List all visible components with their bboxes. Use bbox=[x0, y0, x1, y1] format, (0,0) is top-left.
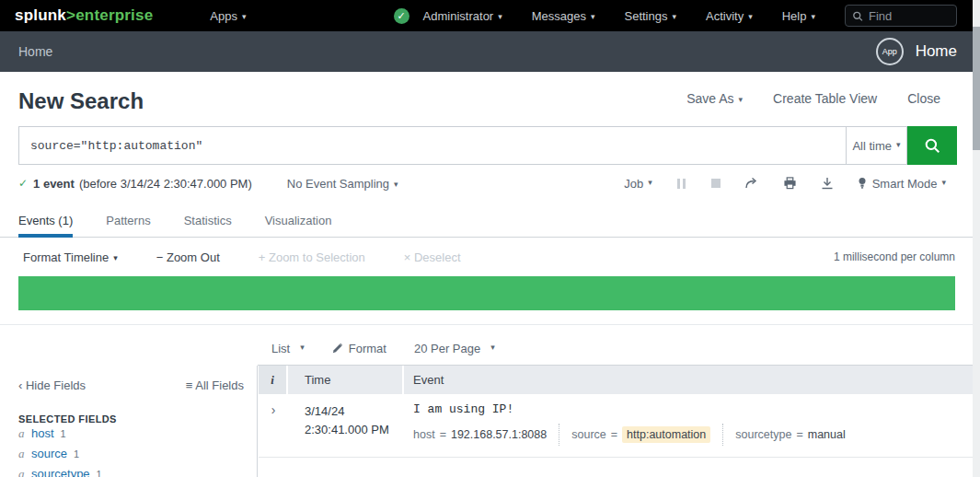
caret-down-icon: ▾ bbox=[739, 95, 744, 104]
event-clock: 2:30:41.000 PM bbox=[305, 421, 404, 439]
pencil-icon bbox=[332, 343, 343, 354]
field-type-icon: a bbox=[18, 467, 31, 477]
job-menu[interactable]: Job▾ bbox=[624, 177, 652, 191]
export-icon[interactable] bbox=[821, 177, 834, 190]
close-button[interactable]: Close bbox=[907, 91, 940, 106]
find-search-box[interactable] bbox=[845, 5, 957, 27]
results-toolbar: List▾ Format 20 Per Page▾ bbox=[258, 332, 973, 366]
scrollbar-thumb[interactable] bbox=[973, 27, 980, 150]
tab-events[interactable]: Events (1) bbox=[18, 208, 73, 238]
deselect-button[interactable]: × Deselect bbox=[404, 250, 461, 264]
caret-down-icon: ▾ bbox=[394, 180, 398, 189]
stop-icon[interactable] bbox=[711, 179, 721, 188]
header-info-column: i bbox=[259, 366, 288, 394]
menu-activity[interactable]: Activity▾ bbox=[706, 9, 753, 23]
hide-fields-button[interactable]: ‹ Hide Fields bbox=[18, 378, 86, 392]
find-input[interactable] bbox=[869, 9, 950, 23]
logo-gt: > bbox=[66, 6, 75, 24]
header-actions: Save As▾ Create Table View Close bbox=[686, 91, 940, 106]
create-table-view-button[interactable]: Create Table View bbox=[773, 91, 877, 106]
caret-down-icon: ▾ bbox=[591, 12, 595, 21]
menu-help[interactable]: Help▾ bbox=[782, 9, 815, 23]
status-check-icon[interactable]: ✓ bbox=[394, 8, 409, 24]
menu-administrator[interactable]: Administrator▾ bbox=[423, 9, 502, 23]
field-item-sourcetype: a sourcetype 1 bbox=[18, 467, 244, 477]
search-mode-menu[interactable]: Smart Mode▾ bbox=[858, 177, 946, 191]
app-bar: Home App Home bbox=[0, 31, 980, 72]
breadcrumb-home[interactable]: Home bbox=[18, 44, 52, 59]
fields-sidebar: ‹ Hide Fields ≡ All Fields SELECTED FIEL… bbox=[0, 366, 258, 477]
search-button[interactable] bbox=[907, 126, 957, 165]
menu-apps[interactable]: Apps▾ bbox=[210, 9, 246, 23]
app-badge-icon[interactable]: App bbox=[876, 38, 904, 65]
minus-icon: − bbox=[156, 250, 164, 264]
menu-messages[interactable]: Messages▾ bbox=[532, 9, 595, 23]
caret-down-icon: ▾ bbox=[242, 12, 247, 21]
caret-down-icon: ▾ bbox=[648, 178, 652, 187]
menu-settings[interactable]: Settings▾ bbox=[625, 9, 677, 23]
caret-down-icon: ▾ bbox=[300, 343, 305, 352]
top-bar: splunk>enterprise Apps▾ ✓ Administrator▾… bbox=[0, 0, 980, 31]
event-field-source[interactable]: source = http:automation bbox=[571, 426, 710, 443]
splunk-logo[interactable]: splunk>enterprise bbox=[15, 6, 153, 25]
search-query-input[interactable] bbox=[18, 126, 846, 165]
caret-down-icon: ▾ bbox=[941, 178, 946, 187]
timeline-histogram-bar[interactable] bbox=[18, 276, 955, 310]
logo-brand: splunk bbox=[15, 6, 66, 24]
field-item-source: a source 1 bbox=[18, 447, 244, 465]
format-menu[interactable]: Format bbox=[332, 342, 386, 355]
header-event-column: Event bbox=[404, 373, 973, 387]
field-type-icon: a bbox=[18, 426, 31, 441]
event-fields: host = 192.168.57.1:8088 source = http:a… bbox=[413, 424, 973, 446]
results-tabs: Events (1) Patterns Statistics Visualiza… bbox=[0, 208, 980, 238]
lightbulb-icon bbox=[858, 177, 867, 190]
field-link[interactable]: host bbox=[31, 426, 54, 440]
print-icon[interactable] bbox=[783, 177, 797, 190]
tab-statistics[interactable]: Statistics bbox=[184, 208, 232, 238]
field-link[interactable]: sourcetype bbox=[31, 467, 90, 477]
zoom-out-button[interactable]: − Zoom Out bbox=[156, 250, 220, 264]
field-link[interactable]: source bbox=[31, 447, 67, 460]
job-controls: Job▾ Smart Mode▾ bbox=[624, 177, 946, 191]
field-separator bbox=[722, 424, 723, 446]
events-table: i Time Event › 3/14/24 2:30:41.000 PM I … bbox=[259, 366, 973, 458]
pause-icon[interactable] bbox=[676, 179, 687, 189]
save-as-button[interactable]: Save As▾ bbox=[686, 91, 743, 106]
event-time: 3/14/24 2:30:41.000 PM bbox=[288, 402, 404, 446]
page-title: New Search bbox=[18, 88, 144, 114]
expand-chevron-icon[interactable]: › bbox=[259, 402, 288, 446]
event-row: › 3/14/24 2:30:41.000 PM I am using IP! … bbox=[259, 394, 973, 458]
field-count: 1 bbox=[74, 448, 79, 460]
tab-patterns[interactable]: Patterns bbox=[106, 208, 150, 238]
event-cell: I am using IP! host = 192.168.57.1:8088 … bbox=[404, 402, 973, 446]
caret-down-icon: ▾ bbox=[811, 12, 815, 21]
list-view-menu[interactable]: List▾ bbox=[271, 342, 305, 355]
tab-visualization[interactable]: Visualization bbox=[265, 208, 332, 238]
chevron-left-icon: ‹ bbox=[18, 378, 22, 392]
all-fields-button[interactable]: ≡ All Fields bbox=[186, 378, 244, 392]
search-bar: All time▾ bbox=[18, 126, 957, 165]
zoom-to-selection-button[interactable]: + Zoom to Selection bbox=[259, 250, 365, 264]
caret-down-icon: ▾ bbox=[748, 12, 753, 21]
field-item-host: a host 1 bbox=[18, 426, 244, 445]
share-icon[interactable] bbox=[744, 177, 759, 190]
timeline-divider bbox=[0, 324, 980, 325]
event-field-sourcetype[interactable]: sourcetype = manual bbox=[735, 428, 845, 441]
header-time-column: Time bbox=[288, 366, 404, 394]
event-count-detail: (before 3/14/24 2:30:47.000 PM) bbox=[79, 177, 252, 191]
caret-down-icon: ▾ bbox=[113, 253, 118, 262]
timeline-controls: Format Timeline▾ − Zoom Out + Zoom to Se… bbox=[0, 243, 980, 271]
x-icon: × bbox=[404, 250, 411, 264]
event-raw-text[interactable]: I am using IP! bbox=[413, 402, 973, 416]
timeline-scale-note: 1 millisecond per column bbox=[834, 250, 955, 263]
scrollbar-track[interactable] bbox=[973, 0, 980, 477]
event-count[interactable]: 1 event bbox=[33, 177, 75, 191]
time-range-picker[interactable]: All time▾ bbox=[846, 126, 907, 165]
event-field-host[interactable]: host = 192.168.57.1:8088 bbox=[413, 428, 547, 441]
caret-down-icon: ▾ bbox=[490, 343, 495, 352]
format-timeline-menu[interactable]: Format Timeline▾ bbox=[23, 250, 118, 264]
list-icon: ≡ bbox=[186, 378, 193, 392]
per-page-menu[interactable]: 20 Per Page▾ bbox=[414, 342, 495, 355]
highlighted-value[interactable]: http:automation bbox=[622, 426, 710, 443]
event-sampling-menu[interactable]: No Event Sampling▾ bbox=[287, 177, 398, 191]
